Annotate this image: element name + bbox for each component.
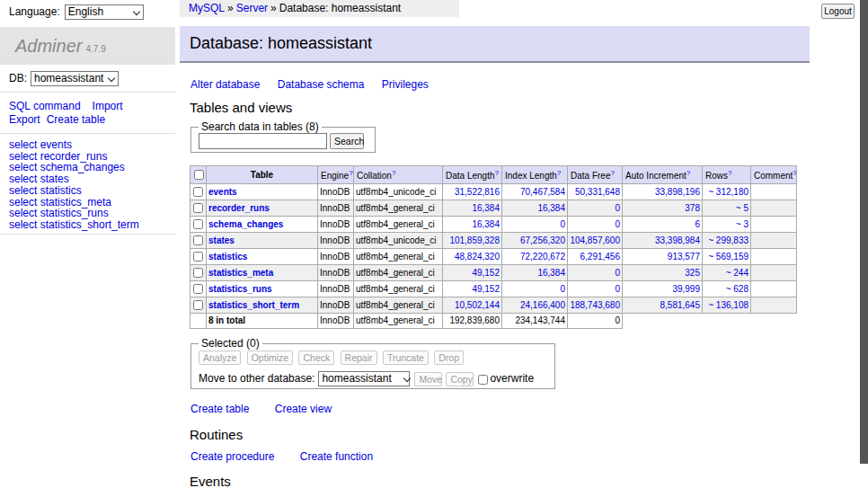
comment-cell — [751, 217, 797, 233]
breadcrumb-separator: » — [227, 2, 234, 14]
total-index-length-cell: 234,143,744 — [502, 314, 568, 329]
breadcrumb-separator: » — [270, 2, 277, 14]
check-button[interactable]: Check — [298, 350, 334, 365]
table-link[interactable]: statistics — [208, 252, 247, 262]
select-all-checkbox[interactable] — [194, 170, 204, 180]
row-checkbox[interactable] — [193, 219, 203, 229]
table-name-cell: recorder_runs — [207, 200, 318, 217]
col-data-length: Data Length? — [443, 166, 502, 184]
row-checkbox[interactable] — [193, 300, 203, 310]
analyze-button[interactable]: Analyze — [199, 350, 241, 365]
create-table-link-bottom[interactable]: Create table — [190, 403, 249, 415]
col-engine: Engine? — [318, 166, 354, 184]
breadcrumb: MySQL»Server»Database: homeassistant — [180, 0, 459, 17]
sidebar-item-select-states[interactable]: select states — [9, 173, 175, 185]
table-link[interactable]: statistics_meta — [208, 268, 273, 278]
drop-button[interactable]: Drop — [434, 350, 464, 365]
optimize-button[interactable]: Optimize — [247, 350, 293, 365]
truncate-button[interactable]: Truncate — [383, 350, 429, 365]
sql-command-link[interactable]: SQL command — [9, 100, 81, 112]
breadcrumb-mysql[interactable]: MySQL — [189, 2, 225, 14]
create-view-link[interactable]: Create view — [275, 403, 332, 415]
table-link[interactable]: statistics_short_term — [208, 300, 299, 310]
row-checkbox[interactable] — [193, 235, 203, 245]
col-table: Table — [207, 166, 318, 184]
comment-cell — [751, 184, 797, 200]
table-link[interactable]: schema_changes — [208, 219, 283, 229]
row-checkbox-cell — [190, 249, 207, 265]
collation-help-link[interactable]: ? — [392, 169, 395, 177]
auto-increment-cell: 39,999 — [623, 281, 703, 297]
auto-increment-cell: 6 — [623, 217, 703, 233]
search-input[interactable] — [199, 133, 327, 149]
engine-cell: InnoDB — [318, 200, 354, 217]
row-checkbox[interactable] — [193, 268, 203, 278]
tables-tbody: eventsInnoDButf8mb4_unicode_ci31,522,816… — [190, 184, 797, 329]
move-db-select[interactable]: homeassistant — [318, 371, 410, 386]
create-function-link[interactable]: Create function — [300, 450, 373, 463]
collation-cell: utf8mb4_general_ci — [354, 297, 443, 314]
rows-cell: ~ 136,108 — [703, 297, 751, 314]
row-checkbox[interactable] — [193, 284, 203, 294]
db-select[interactable]: homeassistant — [31, 71, 119, 86]
auto-increment-help-link[interactable]: ? — [686, 169, 690, 177]
engine-cell: InnoDB — [318, 217, 354, 233]
table-name-cell: statistics_runs — [207, 281, 318, 297]
adminer-logo: Adminer4.7.9 — [0, 27, 175, 65]
sidebar-item-select-statistics-short-term[interactable]: select statistics_short_term — [9, 219, 175, 231]
move-button[interactable]: Move — [414, 372, 442, 386]
routines-heading: Routines — [190, 427, 868, 443]
database-schema-link[interactable]: Database schema — [278, 78, 365, 91]
alter-database-link[interactable]: Alter database — [190, 78, 260, 91]
logout-button[interactable]: Logout — [821, 4, 855, 19]
scrollbar[interactable] — [860, 0, 868, 464]
index-length-cell: 0 — [502, 281, 568, 297]
create-procedure-link[interactable]: Create procedure — [190, 450, 274, 463]
overwrite-checkbox[interactable] — [478, 375, 488, 385]
engine-cell: InnoDB — [318, 297, 354, 314]
selected-legend: Selected (0) — [199, 338, 262, 349]
comment-help-link[interactable]: ? — [793, 169, 796, 177]
engine-help-link[interactable]: ? — [349, 169, 352, 177]
table-link[interactable]: states — [208, 235, 235, 245]
col-collation: Collation? — [354, 166, 443, 184]
sidebar-item-select-events[interactable]: select events — [9, 139, 175, 151]
index-length-help-link[interactable]: ? — [557, 169, 561, 177]
language-select[interactable]: English — [65, 4, 144, 20]
table-link[interactable]: events — [208, 187, 237, 197]
rows-help-link[interactable]: ? — [728, 169, 731, 177]
collation-cell: utf8mb4_general_ci — [354, 200, 443, 217]
table-row: statistics_short_termInnoDButf8mb4_gener… — [190, 297, 797, 314]
total-collation-cell: utf8mb4_general_ci — [354, 314, 443, 329]
breadcrumb-server[interactable]: Server — [236, 2, 268, 14]
language-label: Language: — [9, 5, 60, 18]
index-length-cell: 0 — [502, 217, 568, 233]
col-comment: Comment? — [751, 166, 797, 184]
repair-button[interactable]: Repair — [341, 350, 377, 365]
create-table-link[interactable]: Create table — [47, 113, 105, 126]
row-checkbox[interactable] — [193, 203, 203, 213]
export-link[interactable]: Export — [9, 113, 40, 126]
data-length-help-link[interactable]: ? — [495, 169, 499, 177]
auto-increment-cell: 325 — [623, 265, 703, 281]
data-free-cell: 0 — [568, 265, 623, 281]
row-checkbox[interactable] — [193, 187, 203, 197]
total-engine-cell: InnoDB — [318, 314, 354, 329]
data-length-cell: 10,502,144 — [443, 297, 502, 314]
collation-cell: utf8mb4_unicode_ci — [354, 233, 443, 249]
table-link[interactable]: recorder_runs — [208, 203, 270, 213]
copy-button[interactable]: Copy — [446, 372, 474, 386]
import-link[interactable]: Import — [93, 100, 123, 112]
data-free-help-link[interactable]: ? — [610, 169, 614, 177]
sidebar-item-select-statistics[interactable]: select statistics — [9, 185, 175, 197]
search-button[interactable]: Search — [330, 133, 364, 149]
row-checkbox[interactable] — [193, 252, 203, 262]
breadcrumb-current: Database: homeassistant — [279, 2, 401, 14]
page-title: Database: homeassistant — [180, 26, 810, 63]
table-row: statistics_metaInnoDButf8mb4_general_ci4… — [190, 265, 797, 281]
col-index-length: Index Length? — [502, 166, 568, 184]
data-free-cell: 50,331,648 — [568, 184, 623, 200]
privileges-link[interactable]: Privileges — [382, 78, 429, 91]
comment-cell — [751, 233, 797, 249]
table-link[interactable]: statistics_runs — [208, 284, 272, 294]
